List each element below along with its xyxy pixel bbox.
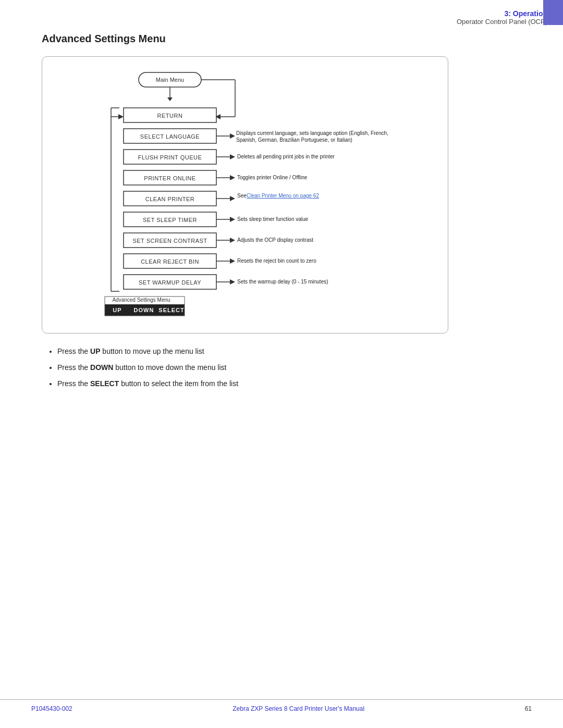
svg-marker-43: [230, 238, 235, 243]
bullet-item-select: Press the SELECT button to select the it…: [57, 378, 521, 389]
svg-text:CLEAR REJECT BIN: CLEAR REJECT BIN: [141, 258, 199, 265]
svg-text:UP: UP: [113, 307, 121, 313]
svg-text:DOWN: DOWN: [134, 307, 154, 313]
svg-marker-18: [230, 133, 235, 139]
svg-text:SELECT LANGUAGE: SELECT LANGUAGE: [140, 133, 200, 140]
svg-text:SET SLEEP TIMER: SET SLEEP TIMER: [143, 217, 197, 223]
page-footer: P1045430-002 Zebra ZXP Series 8 Card Pri…: [0, 699, 563, 712]
svg-marker-32: [230, 196, 235, 201]
svg-text:See: See: [237, 193, 247, 199]
svg-text:Main Menu: Main Menu: [156, 77, 184, 83]
svg-text:Clean Printer Menu on page 62: Clean Printer Menu on page 62: [247, 193, 319, 199]
svg-text:RETURN: RETURN: [157, 113, 183, 119]
bullet-list: Press the UP button to move up the menu …: [57, 346, 521, 389]
svg-marker-3: [167, 97, 173, 101]
subtitle-label: Operator Control Panel (OCP): [457, 18, 547, 26]
svg-text:SET SCREEN CONTRAST: SET SCREEN CONTRAST: [132, 238, 207, 244]
bullet-item-down: Press the DOWN button to move down the m…: [57, 362, 521, 373]
page-header: 3: Operation Operator Control Panel (OCP…: [0, 0, 563, 28]
header-accent-block: [543, 0, 563, 25]
svg-text:Adjusts the OCP display contra: Adjusts the OCP display contrast: [237, 237, 313, 243]
bullet-item-up: Press the UP button to move up the menu …: [57, 346, 521, 357]
bullet-down-bold: DOWN: [90, 363, 113, 372]
flowchart-svg: Main Menu RETURN SELECT LANGUAGE: [58, 67, 433, 323]
page-title: Advanced Settings Menu: [42, 33, 521, 45]
footer-right: 61: [525, 705, 532, 712]
svg-text:FLUSH PRINT QUEUE: FLUSH PRINT QUEUE: [138, 154, 202, 161]
svg-text:Deletes all pending print jobs: Deletes all pending print jobs in the pr…: [237, 154, 335, 159]
svg-text:Resets the reject bin count to: Resets the reject bin count to zero: [237, 258, 316, 264]
svg-text:Sets sleep timer function valu: Sets sleep timer function value: [237, 216, 309, 222]
svg-marker-38: [230, 217, 235, 222]
svg-text:PRINTER ONLINE: PRINTER ONLINE: [144, 175, 195, 181]
svg-text:Toggles printer Online / Offli: Toggles printer Online / Offline: [237, 175, 308, 180]
footer-left: P1045430-002: [31, 705, 72, 712]
svg-marker-27: [230, 175, 235, 180]
svg-text:Advanced Settings Menu: Advanced Settings Menu: [112, 297, 170, 303]
chapter-label: 3: Operation: [457, 9, 547, 18]
footer-center: Zebra ZXP Series 8 Card Printer User's M…: [232, 705, 364, 712]
page-content: Advanced Settings Menu Main Menu R: [0, 28, 563, 426]
svg-text:SELECT: SELECT: [158, 307, 184, 313]
svg-marker-53: [230, 279, 235, 285]
bullet-select-bold: SELECT: [90, 379, 119, 388]
header-right: 3: Operation Operator Control Panel (OCP…: [457, 9, 547, 26]
bullet-up-bold: UP: [90, 347, 100, 355]
svg-text:CLEAN PRINTER: CLEAN PRINTER: [145, 196, 195, 202]
diagram-container: Main Menu RETURN SELECT LANGUAGE: [42, 56, 448, 334]
svg-text:Sets the warmup delay (0 - 15 : Sets the warmup delay (0 - 15 minutes): [237, 279, 328, 285]
svg-marker-22: [230, 154, 235, 159]
svg-text:SET WARMUP DELAY: SET WARMUP DELAY: [139, 279, 201, 286]
svg-marker-12: [118, 114, 124, 119]
svg-marker-48: [230, 258, 235, 264]
